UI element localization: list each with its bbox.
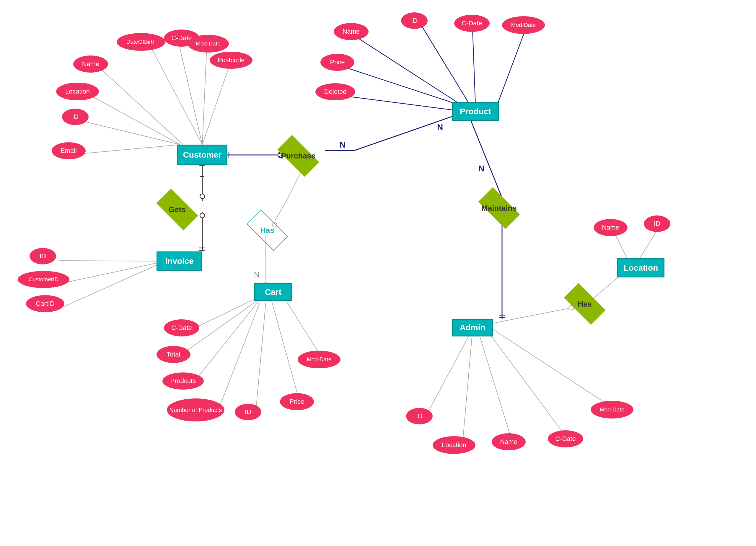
svg-line-5 [89, 95, 180, 145]
cust-name-ellipse: Name [73, 56, 108, 73]
svg-line-27 [487, 330, 570, 442]
svg-line-20 [217, 302, 260, 413]
cart-prodcuts-ellipse: Prodcuts [162, 372, 204, 389]
cust-email-ellipse: Email [52, 142, 86, 159]
prod-price-ellipse: Price [320, 54, 354, 71]
svg-line-25 [462, 330, 473, 448]
prod-name-ellipse: Name [334, 23, 369, 40]
admin-entity: Admin [452, 319, 493, 336]
svg-line-44 [354, 117, 452, 151]
cust-postcode-ellipse: Postcode [210, 52, 252, 69]
prod-moddate-ellipse: Mod-Date [502, 16, 545, 34]
cart-total-ellipse: Total [157, 346, 190, 363]
gets-diamond: Gets [152, 196, 202, 223]
location-entity: Location [617, 258, 664, 277]
svg-line-26 [478, 332, 513, 445]
has-cart-diamond: Has [242, 217, 292, 244]
inv-custid-ellipse: CustomerID [18, 271, 69, 288]
svg-line-21 [255, 302, 266, 415]
admin-location-ellipse: Location [433, 436, 475, 454]
inv-cartid-ellipse: CartID [26, 295, 64, 312]
svg-line-9 [64, 261, 165, 283]
svg-line-6 [80, 120, 180, 145]
prod-deleted-ellipse: Deleted [315, 83, 355, 100]
svg-text:N: N [254, 271, 260, 279]
cart-cdate-ellipse: C-Date [164, 319, 199, 336]
inv-id-ellipse: ID [30, 248, 56, 265]
prod-cdate-ellipse: C-Date [454, 15, 490, 32]
cust-dob-ellipse: DateOfBirth [117, 33, 165, 51]
svg-line-10 [64, 261, 165, 306]
cart-entity: Cart [254, 283, 292, 301]
svg-line-24 [424, 329, 473, 420]
admin-cdate-ellipse: C-Date [548, 430, 583, 447]
cart-price-ellipse: Price [280, 393, 314, 410]
svg-line-13 [473, 27, 475, 106]
svg-line-16 [496, 29, 526, 108]
has-location-diamond: Has [560, 291, 610, 317]
svg-line-3 [202, 63, 230, 145]
prod-id-ellipse: ID [401, 12, 428, 29]
customer-entity: Customer [177, 145, 227, 165]
svg-line-8 [59, 261, 165, 261]
svg-line-7 [74, 145, 180, 154]
cart-numprods-ellipse: Number of Products [167, 398, 224, 421]
cart-moddate-ellipse: Mod-Date [298, 351, 340, 368]
svg-line-28 [490, 327, 620, 413]
svg-line-30 [638, 228, 659, 261]
invoice-entity: Invoice [157, 252, 202, 271]
svg-line-0 [179, 43, 202, 145]
purchase-diamond: Purchase [269, 141, 328, 171]
svg-line-4 [99, 67, 183, 145]
svg-line-2 [202, 47, 207, 145]
svg-line-55 [471, 121, 502, 198]
maintains-diamond: Maintains [470, 193, 529, 223]
svg-text:N: N [340, 140, 346, 149]
cart-id-ellipse: ID [235, 404, 261, 420]
svg-line-29 [614, 231, 629, 263]
svg-line-19 [192, 299, 260, 384]
svg-text:N: N [478, 164, 484, 173]
cust-id-ellipse: ID [62, 109, 89, 125]
svg-line-12 [421, 25, 473, 109]
admin-id-cart-ellipse: ID [406, 408, 433, 424]
svg-text:N: N [437, 123, 443, 132]
product-entity: Product [452, 102, 499, 121]
admin-moddate-ellipse: Mod-Date [591, 401, 633, 418]
cust-location-ellipse: Location [56, 83, 99, 100]
admin-name-ellipse: Name [492, 433, 526, 450]
loc-id-ellipse: ID [644, 216, 670, 232]
loc-name-ellipse: Name [594, 219, 628, 236]
svg-line-11 [353, 35, 473, 112]
cust-moddate-ellipse: Mod-Date [188, 35, 229, 53]
svg-line-1 [151, 47, 202, 145]
